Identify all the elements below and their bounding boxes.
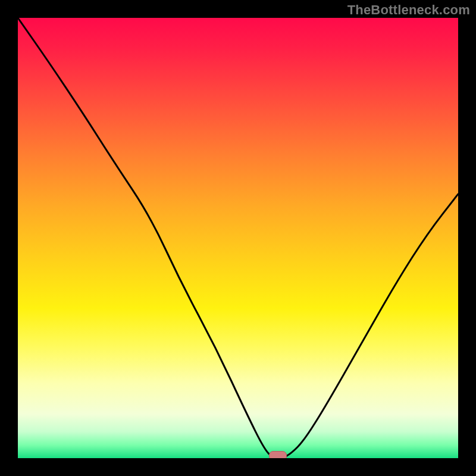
watermark-text: TheBottleneck.com <box>347 2 470 18</box>
optimum-marker <box>269 451 287 458</box>
curve-layer <box>18 18 458 458</box>
bottleneck-curve <box>18 18 458 458</box>
chart-frame: TheBottleneck.com <box>0 0 476 476</box>
plot-area <box>18 18 458 458</box>
